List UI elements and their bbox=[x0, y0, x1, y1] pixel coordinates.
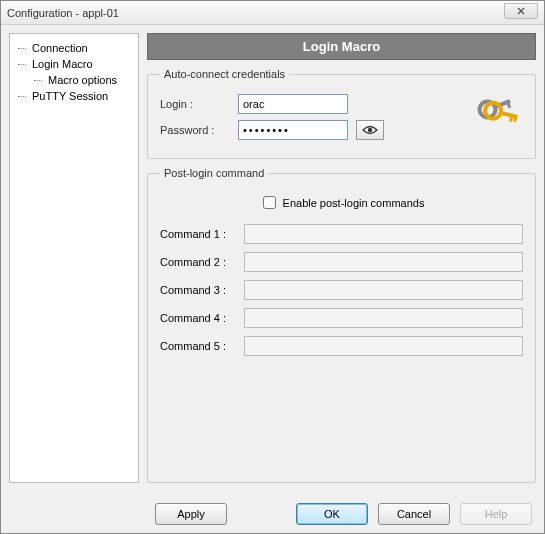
reveal-password-button[interactable] bbox=[356, 120, 384, 140]
command-label: Command 2 : bbox=[160, 256, 244, 268]
config-window: Configuration - appl-01 Connection Login… bbox=[0, 0, 545, 534]
command-input-3[interactable] bbox=[244, 280, 523, 300]
enable-commands-row: Enable post-login commands bbox=[160, 193, 523, 212]
command-input-4[interactable] bbox=[244, 308, 523, 328]
command-row-2: Command 2 : bbox=[160, 252, 523, 272]
svg-point-7 bbox=[368, 128, 372, 132]
ok-button[interactable]: OK bbox=[296, 503, 368, 525]
command-label: Command 4 : bbox=[160, 312, 244, 324]
command-label: Command 1 : bbox=[160, 228, 244, 240]
password-input[interactable] bbox=[238, 120, 348, 140]
command-row-4: Command 4 : bbox=[160, 308, 523, 328]
enable-commands-checkbox[interactable] bbox=[263, 196, 276, 209]
help-button[interactable]: Help bbox=[460, 503, 532, 525]
titlebar: Configuration - appl-01 bbox=[1, 1, 544, 25]
cancel-button[interactable]: Cancel bbox=[378, 503, 450, 525]
category-tree[interactable]: Connection Login Macro Macro options PuT… bbox=[9, 33, 139, 483]
tree-item-macro-options[interactable]: Macro options bbox=[14, 72, 134, 88]
login-row: Login : bbox=[160, 94, 523, 114]
apply-button[interactable]: Apply bbox=[155, 503, 227, 525]
button-bar: OK Cancel Help bbox=[296, 503, 532, 525]
post-login-group: Post-login command Enable post-login com… bbox=[147, 167, 536, 483]
close-icon bbox=[517, 7, 525, 15]
login-label: Login : bbox=[160, 98, 238, 110]
login-input[interactable] bbox=[238, 94, 348, 114]
tree-item-login-macro[interactable]: Login Macro bbox=[14, 56, 134, 72]
svg-rect-4 bbox=[498, 110, 516, 119]
enable-commands-label: Enable post-login commands bbox=[283, 197, 425, 209]
auto-connect-legend: Auto-connect credentials bbox=[160, 68, 289, 80]
password-row: Password : bbox=[160, 120, 523, 140]
panel-title: Login Macro bbox=[147, 33, 536, 60]
eye-icon bbox=[362, 125, 378, 135]
command-input-5[interactable] bbox=[244, 336, 523, 356]
window-title: Configuration - appl-01 bbox=[7, 7, 119, 19]
tree-item-connection[interactable]: Connection bbox=[14, 40, 134, 56]
keys-icon bbox=[475, 92, 521, 134]
main-panel: Login Macro Auto-connect credentials bbox=[147, 33, 536, 483]
command-input-1[interactable] bbox=[244, 224, 523, 244]
command-input-2[interactable] bbox=[244, 252, 523, 272]
command-row-3: Command 3 : bbox=[160, 280, 523, 300]
command-label: Command 5 : bbox=[160, 340, 244, 352]
command-label: Command 3 : bbox=[160, 284, 244, 296]
content-area: Connection Login Macro Macro options PuT… bbox=[1, 25, 544, 491]
post-login-legend: Post-login command bbox=[160, 167, 268, 179]
tree-item-putty-session[interactable]: PuTTY Session bbox=[14, 88, 134, 104]
password-label: Password : bbox=[160, 124, 238, 136]
command-row-1: Command 1 : bbox=[160, 224, 523, 244]
command-row-5: Command 5 : bbox=[160, 336, 523, 356]
close-button[interactable] bbox=[504, 3, 538, 19]
auto-connect-group: Auto-connect credentials bbox=[147, 68, 536, 159]
